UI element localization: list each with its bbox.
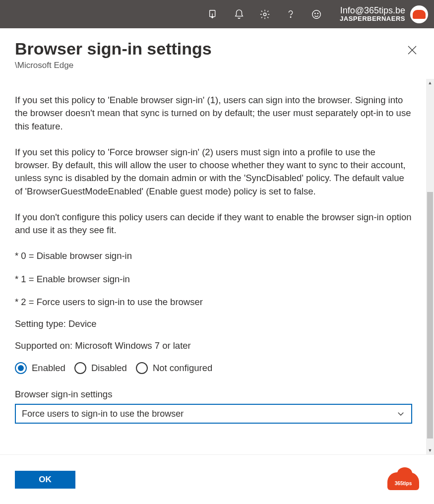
browser-signin-select[interactable]: Force users to sign-in to use the browse… bbox=[15, 404, 412, 424]
header: Browser sign-in settings \Microsoft Edge bbox=[0, 28, 434, 76]
page-title: Browser sign-in settings bbox=[15, 39, 419, 59]
scroll-area: If you set this policy to 'Enable browse… bbox=[0, 79, 426, 454]
radio-circle-icon bbox=[136, 362, 148, 374]
footer: OK 365tips bbox=[0, 454, 434, 504]
brand-logo: 365tips bbox=[387, 469, 419, 490]
close-button[interactable] bbox=[406, 44, 418, 56]
setting-type: Setting type: Device bbox=[15, 318, 412, 329]
topbar-icons bbox=[208, 9, 322, 20]
select-value: Force users to sign-in to use the browse… bbox=[22, 409, 184, 419]
top-bar: Info@365tips.be JASPERBERNAERS bbox=[0, 0, 434, 28]
svg-point-3 bbox=[312, 10, 321, 18]
radio-not-configured[interactable]: Not configured bbox=[136, 362, 212, 374]
promote-icon[interactable] bbox=[208, 9, 219, 20]
radio-circle-icon bbox=[74, 362, 86, 374]
radio-not-configured-label: Not configured bbox=[153, 363, 212, 374]
radio-enabled[interactable]: Enabled bbox=[15, 362, 65, 374]
ok-button[interactable]: OK bbox=[15, 471, 75, 489]
scroll-up-icon[interactable]: ▲ bbox=[426, 79, 434, 87]
scroll-down-icon[interactable]: ▼ bbox=[426, 446, 434, 454]
content: Browser sign-in settings \Microsoft Edge… bbox=[0, 28, 434, 454]
settings-icon[interactable] bbox=[259, 9, 270, 20]
option-2: * 2 = Force users to sign-in to use the … bbox=[15, 296, 412, 309]
chevron-down-icon bbox=[396, 409, 405, 418]
svg-point-2 bbox=[290, 16, 291, 17]
user-email: Info@365tips.be bbox=[340, 5, 405, 16]
radio-disabled-label: Disabled bbox=[91, 363, 127, 374]
option-0: * 0 = Disable browser sign-in bbox=[15, 250, 412, 262]
user-block[interactable]: Info@365tips.be JASPERBERNAERS bbox=[340, 5, 428, 23]
avatar[interactable] bbox=[410, 5, 428, 23]
description-p2: If you set this policy to 'Force browser… bbox=[15, 146, 412, 198]
state-radio-group: Enabled Disabled Not configured bbox=[15, 362, 412, 374]
svg-point-5 bbox=[317, 13, 318, 13]
radio-enabled-label: Enabled bbox=[32, 363, 65, 374]
breadcrumb: \Microsoft Edge bbox=[15, 61, 419, 70]
description-p1: If you set this policy to 'Enable browse… bbox=[15, 94, 412, 133]
svg-point-1 bbox=[263, 13, 266, 16]
brand-text: 365tips bbox=[387, 481, 419, 486]
scrollbar[interactable]: ▲ ▼ bbox=[426, 79, 434, 454]
radio-disabled[interactable]: Disabled bbox=[74, 362, 127, 374]
radio-circle-icon bbox=[15, 362, 27, 374]
notifications-icon[interactable] bbox=[234, 9, 245, 20]
supported-on: Supported on: Microsoft Windows 7 or lat… bbox=[15, 340, 412, 351]
feedback-icon[interactable] bbox=[311, 9, 322, 20]
svg-point-4 bbox=[315, 13, 315, 13]
help-icon[interactable] bbox=[285, 9, 296, 20]
description-p3: If you don't configure this policy users… bbox=[15, 211, 412, 237]
option-1: * 1 = Enable browser sign-in bbox=[15, 273, 412, 286]
select-label: Browser sign-in settings bbox=[15, 389, 412, 400]
scrollbar-thumb[interactable] bbox=[427, 192, 433, 439]
user-tenant: JASPERBERNAERS bbox=[340, 15, 405, 23]
